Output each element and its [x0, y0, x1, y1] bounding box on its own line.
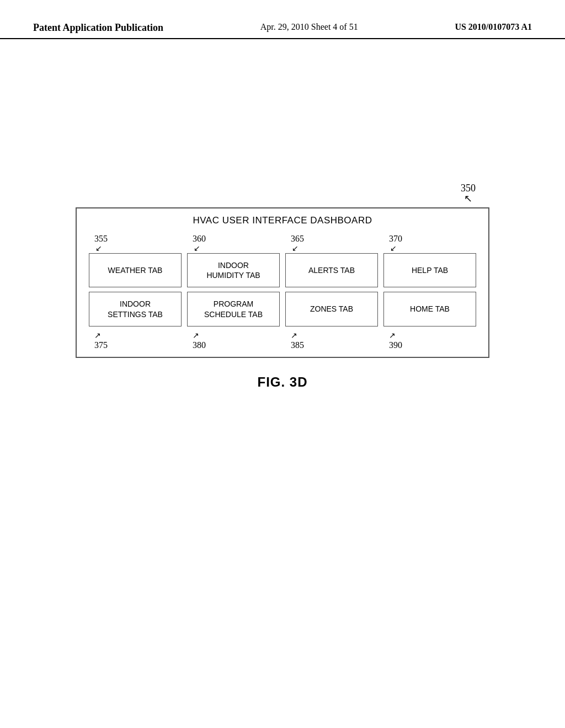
dashboard-container: HVAC USER INTERFACE DASHBOARD 355 ↙ 360 …	[76, 207, 489, 358]
row2-ref-numbers: ↗ 375 ↗ 380 ↗ 385 ↗ 390	[83, 331, 482, 350]
ref-385-curve-icon: ↗	[291, 331, 297, 340]
ref-350-area: 350 ↙	[76, 183, 489, 205]
header-date-sheet: Apr. 29, 2010 Sheet 4 of 51	[260, 22, 358, 32]
alerts-tab[interactable]: ALERTS TAB	[285, 253, 378, 287]
home-tab[interactable]: HOME TAB	[383, 292, 476, 326]
figure-caption: FIG. 3D	[257, 374, 307, 390]
program-schedule-tab[interactable]: PROGRAMSCHEDULE TAB	[187, 292, 280, 326]
page-header: Patent Application Publication Apr. 29, …	[0, 0, 565, 39]
ref-370-number: 370	[389, 234, 402, 244]
ref-360-curve-icon: ↙	[194, 244, 200, 253]
ref-350-label: 350	[461, 183, 476, 194]
ref-375-curve-icon: ↗	[94, 331, 101, 340]
ref-365-curve-icon: ↙	[292, 244, 299, 253]
ref-375-number: 375	[94, 340, 108, 350]
ref-385-number: 385	[291, 340, 304, 350]
ref-355-curve-icon: ↙	[95, 244, 102, 253]
arrow-350-icon: ↙	[464, 193, 472, 205]
indoor-settings-tab[interactable]: INDOORSETTINGS TAB	[89, 292, 182, 326]
tab-row-1: WEATHER TAB INDOORHUMIDITY TAB ALERTS TA…	[83, 253, 482, 287]
ref-below-390: ↗ 390	[383, 331, 476, 350]
ref-390-curve-icon: ↗	[389, 331, 396, 340]
ref-below-380: ↗ 380	[187, 331, 280, 350]
ref-below-375: ↗ 375	[89, 331, 182, 350]
ref-380-curve-icon: ↗	[193, 331, 199, 340]
header-publication-label: Patent Application Publication	[33, 22, 163, 34]
tab-row-2: INDOORSETTINGS TAB PROGRAMSCHEDULE TAB Z…	[83, 292, 482, 326]
ref-cell-365: 365 ↙	[285, 234, 378, 253]
dashboard-title: HVAC USER INTERFACE DASHBOARD	[83, 215, 482, 226]
ref-cell-370: 370 ↙	[383, 234, 476, 253]
help-tab[interactable]: HELP TAB	[383, 253, 476, 287]
main-content: 350 ↙ HVAC USER INTERFACE DASHBOARD 355 …	[0, 39, 565, 390]
ref-370-curve-icon: ↙	[390, 244, 397, 253]
ref-390-number: 390	[389, 340, 402, 350]
ref-365-number: 365	[291, 234, 304, 244]
ref-360-number: 360	[193, 234, 206, 244]
ref-cell-355: 355 ↙	[89, 234, 182, 253]
zones-tab[interactable]: ZONES TAB	[285, 292, 378, 326]
ref-cell-360: 360 ↙	[187, 234, 280, 253]
indoor-humidity-tab[interactable]: INDOORHUMIDITY TAB	[187, 253, 280, 287]
ref-355-number: 355	[94, 234, 108, 244]
ref-380-number: 380	[193, 340, 206, 350]
ref-below-385: ↗ 385	[285, 331, 378, 350]
header-patent-number: US 2010/0107073 A1	[455, 22, 532, 32]
row1-ref-numbers: 355 ↙ 360 ↙ 365 ↙ 370 ↙	[83, 234, 482, 253]
weather-tab[interactable]: WEATHER TAB	[89, 253, 182, 287]
